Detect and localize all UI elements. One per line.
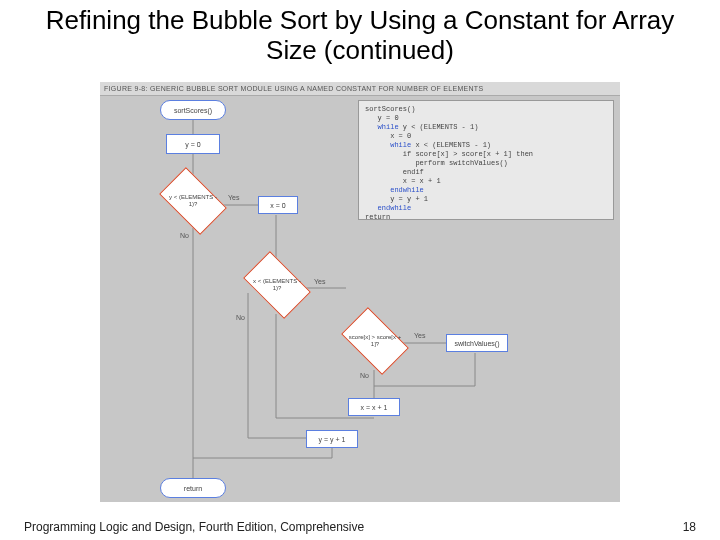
footer-text: Programming Logic and Design, Fourth Edi… <box>24 520 364 534</box>
node-x0: x = 0 <box>258 196 298 214</box>
node-xinc: x = x + 1 <box>348 398 400 416</box>
node-swap: switchValues() <box>446 334 508 352</box>
page-title: Refining the Bubble Sort by Using a Cons… <box>0 0 720 70</box>
node-return: return <box>160 478 226 498</box>
node-y0: y = 0 <box>166 134 220 154</box>
label-no-2: No <box>236 314 245 321</box>
page-number: 18 <box>683 520 696 534</box>
figure-container: FIGURE 9-8: GENERIC BUBBLE SORT MODULE U… <box>100 82 620 502</box>
node-yinc: y = y + 1 <box>306 430 358 448</box>
node-start: sortScores() <box>160 100 226 120</box>
label-yes-3: Yes <box>414 332 425 339</box>
label-no-1: No <box>180 232 189 239</box>
label-no-3: No <box>360 372 369 379</box>
label-yes-2: Yes <box>314 278 325 285</box>
label-yes-1: Yes <box>228 194 239 201</box>
